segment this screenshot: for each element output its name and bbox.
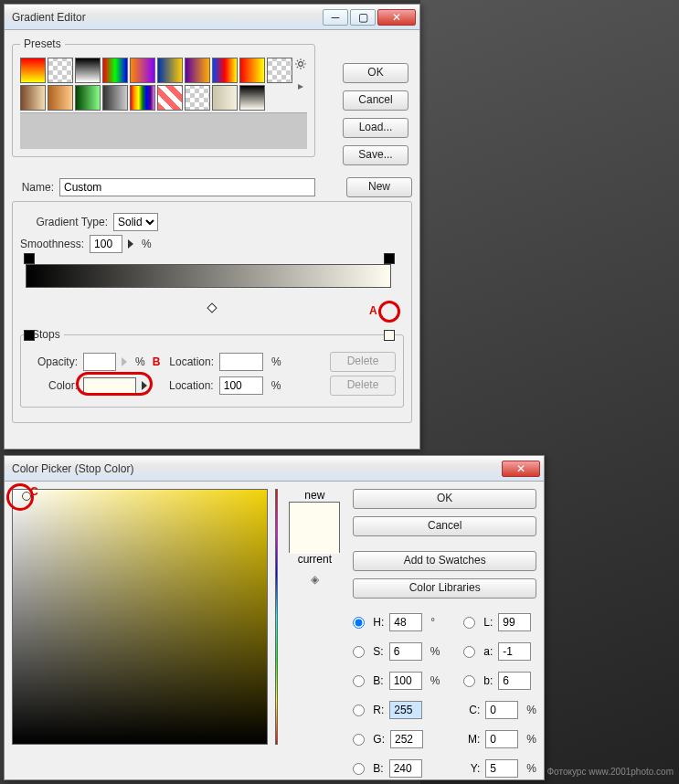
preset-swatch[interactable]	[75, 58, 101, 83]
preset-swatch[interactable]	[75, 85, 101, 111]
percent-unit: %	[430, 674, 440, 687]
g-input[interactable]	[390, 730, 423, 748]
color-stop-right[interactable]	[384, 330, 395, 341]
degree-unit: °	[430, 616, 435, 629]
presets-scroll-gap	[20, 112, 307, 149]
preset-swatch[interactable]	[157, 58, 183, 83]
a-input[interactable]	[498, 642, 531, 661]
current-color	[290, 528, 339, 554]
add-to-swatches-button[interactable]: Add to Swatches	[353, 551, 536, 571]
color-field[interactable]	[12, 489, 268, 745]
color-picker-title: Color Picker (Stop Color)	[12, 462, 500, 475]
color-stop-left[interactable]	[24, 330, 35, 341]
cancel-button[interactable]: Cancel	[343, 90, 408, 111]
presets-legend: Presets	[20, 37, 65, 50]
annotation-A: A	[369, 304, 377, 317]
maximize-button[interactable]: ▢	[350, 9, 376, 26]
a-label: a:	[483, 645, 493, 658]
m-label: M:	[463, 733, 480, 746]
m-input[interactable]	[485, 730, 518, 748]
b-input[interactable]	[498, 672, 531, 690]
rgb-b-radio[interactable]	[353, 763, 365, 775]
hue-slider[interactable]	[275, 489, 278, 745]
preset-swatch[interactable]	[130, 85, 155, 111]
preset-swatch[interactable]	[20, 58, 46, 83]
preset-swatch[interactable]	[267, 58, 292, 83]
cube-icon[interactable]: ◈	[311, 573, 319, 586]
preset-swatch[interactable]	[48, 58, 73, 83]
opacity-stop-left[interactable]	[24, 253, 35, 264]
gradient-preview[interactable]	[26, 264, 391, 288]
midpoint-marker[interactable]	[207, 302, 217, 313]
hsb-s-radio[interactable]	[353, 646, 365, 658]
minimize-button[interactable]: ─	[323, 9, 348, 26]
preset-swatch[interactable]	[212, 58, 238, 83]
r-input[interactable]	[389, 701, 422, 719]
y-input[interactable]	[485, 759, 518, 778]
hsb-h-radio[interactable]	[353, 617, 365, 629]
gear-icon[interactable]	[294, 58, 307, 70]
preset-swatch[interactable]	[212, 85, 238, 111]
close-button[interactable]: ✕	[377, 9, 416, 26]
new-current-swatch	[289, 502, 340, 553]
name-label: Name:	[12, 181, 54, 194]
brgb-input[interactable]	[389, 759, 422, 778]
h-input[interactable]	[389, 613, 422, 631]
new-label: new	[304, 489, 324, 502]
rgb-r-radio[interactable]	[353, 705, 365, 716]
save-button[interactable]: Save...	[343, 145, 408, 165]
l-input[interactable]	[498, 613, 531, 631]
smoothness-input[interactable]	[90, 235, 122, 253]
rgb-g-radio[interactable]	[353, 734, 365, 746]
opacity-flyout-icon	[122, 357, 127, 366]
ok-button[interactable]: OK	[343, 63, 408, 83]
smoothness-label: Smoothness:	[20, 238, 84, 250]
close-button[interactable]: ✕	[502, 461, 540, 477]
preset-swatch[interactable]	[157, 85, 183, 111]
c-input[interactable]	[485, 701, 518, 719]
percent-unit: %	[430, 645, 440, 658]
gradient-editor-title: Gradient Editor	[12, 11, 321, 24]
smoothness-flyout-icon[interactable]	[128, 239, 133, 249]
bhsb-label: B:	[373, 674, 383, 687]
preset-swatch[interactable]	[239, 58, 265, 83]
chevron-right-icon[interactable]: ▸	[298, 79, 303, 92]
color-libraries-button[interactable]: Color Libraries	[353, 578, 536, 599]
annotation-B: B	[153, 355, 161, 368]
percent-unit: %	[271, 355, 281, 368]
opacity-stop-right[interactable]	[384, 253, 395, 264]
svg-point-0	[299, 62, 303, 67]
color-location-input[interactable]	[219, 376, 263, 395]
preset-swatch[interactable]	[239, 85, 265, 111]
y-label: Y:	[463, 762, 480, 775]
ok-button[interactable]: OK	[353, 489, 536, 509]
lab-a-radio[interactable]	[463, 646, 475, 658]
lab-l-radio[interactable]	[463, 617, 475, 629]
preset-swatch[interactable]	[20, 85, 46, 111]
name-input[interactable]	[59, 178, 315, 196]
preset-swatch[interactable]	[102, 85, 128, 111]
preset-swatch[interactable]	[185, 85, 210, 111]
preset-swatch[interactable]	[130, 58, 155, 83]
h-label: H:	[373, 616, 384, 629]
hsb-b-radio[interactable]	[353, 675, 365, 687]
gradient-editor-titlebar[interactable]: Gradient Editor ─ ▢ ✕	[5, 5, 419, 30]
cancel-button[interactable]: Cancel	[353, 516, 536, 536]
lab-b-radio[interactable]	[463, 675, 475, 687]
load-button[interactable]: Load...	[343, 118, 408, 138]
s-input[interactable]	[389, 642, 422, 661]
gradient-type-select[interactable]: Solid	[113, 213, 158, 231]
color-picker-dialog: Color Picker (Stop Color) ✕ C new curren…	[4, 455, 545, 780]
preset-swatch[interactable]	[48, 85, 73, 111]
bhsb-input[interactable]	[389, 672, 422, 690]
l-label: L:	[483, 616, 493, 629]
c-label: C:	[463, 704, 480, 716]
opacity-delete-button: Delete	[330, 352, 396, 372]
new-button[interactable]: New	[346, 177, 412, 197]
g-label: G:	[373, 733, 385, 746]
color-label: Color:	[28, 379, 78, 392]
preset-swatch[interactable]	[102, 58, 128, 83]
gradient-editor-dialog: Gradient Editor ─ ▢ ✕ Presets	[4, 4, 420, 450]
preset-swatch[interactable]	[185, 58, 210, 83]
color-picker-titlebar[interactable]: Color Picker (Stop Color) ✕	[5, 456, 544, 482]
